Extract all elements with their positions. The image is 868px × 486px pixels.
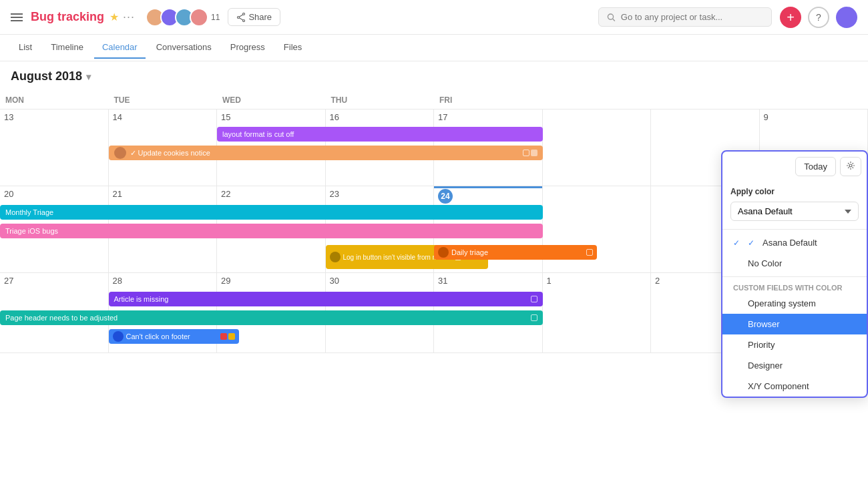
svg-point-0 — [243, 13, 245, 15]
svg-point-7 — [849, 164, 852, 167]
event-page-header[interactable]: Page header needs to be adjusted — [0, 310, 543, 325]
day-header-thu: Thu — [326, 91, 435, 109]
dropdown-item-label: No Color — [748, 258, 782, 268]
color-select[interactable]: Asana Default No Color Browser Priority — [730, 202, 859, 221]
event-cant-click[interactable]: Can't click on footer — [109, 329, 239, 344]
day-cell-sep1: 1 — [543, 273, 652, 352]
date-num: 20 — [4, 189, 104, 199]
dropdown-item-label: X/Y Component — [748, 381, 809, 391]
dropdown-item-operating-system[interactable]: Operating system — [722, 293, 867, 314]
share-button[interactable]: Share — [228, 8, 280, 26]
dropdown-item-xy-component[interactable]: X/Y Component — [722, 376, 867, 397]
calendar-header: August 2018 ▾ — [0, 61, 868, 91]
avatar — [190, 8, 208, 27]
month-title: August 2018 ▾ — [11, 69, 91, 83]
settings-button[interactable] — [840, 157, 861, 176]
calendar-wrapper: Mon Tue Wed Thu Fri 13 14 15 16 17 9 lay… — [0, 91, 868, 486]
event-triage-ios[interactable]: Triage iOS bugs — [0, 224, 543, 238]
share-label: Share — [248, 12, 272, 22]
day-header-extra — [760, 91, 869, 109]
event-article-missing[interactable]: Article is missing — [109, 292, 543, 306]
event-daily-triage[interactable]: Daily triage — [434, 245, 597, 260]
dropdown-item-no-color[interactable]: No Color — [722, 253, 867, 274]
date-num: 29 — [221, 276, 321, 286]
dropdown-divider — [722, 276, 867, 277]
event-label: Can't click on footer — [126, 332, 190, 340]
more-icon[interactable]: ··· — [123, 10, 135, 24]
search-bar — [598, 7, 772, 27]
star-icon[interactable]: ★ — [110, 11, 119, 23]
date-num: 22 — [221, 189, 321, 199]
day-header-sat — [543, 91, 652, 109]
help-button[interactable]: ? — [808, 7, 829, 28]
date-num: 1 — [547, 276, 647, 286]
event-update-cookies[interactable]: ✓ Update cookies notice — [109, 146, 543, 160]
today-badge: 24 — [438, 189, 453, 204]
user-avatar[interactable] — [836, 7, 857, 28]
month-arrow-icon[interactable]: ▾ — [86, 71, 91, 82]
event-square — [586, 249, 593, 256]
dropdown-divider — [722, 229, 867, 230]
day-header-fri: Fri — [434, 91, 543, 109]
date-num: 9 — [764, 112, 864, 122]
svg-line-3 — [240, 15, 243, 17]
date-num: 28 — [113, 276, 213, 286]
share-icon — [236, 13, 246, 22]
event-avatar — [330, 252, 341, 262]
event-avatar — [438, 247, 449, 258]
tab-files[interactable]: Files — [276, 37, 310, 59]
date-num: 27 — [4, 276, 104, 286]
avatar-count: 11 — [211, 13, 220, 22]
settings-icon — [846, 161, 855, 170]
date-num: 23 — [330, 189, 430, 199]
day-header-sun — [651, 91, 760, 109]
tab-progress[interactable]: Progress — [222, 37, 273, 59]
svg-line-6 — [613, 19, 615, 21]
event-square — [531, 296, 537, 302]
month-label: August 2018 — [11, 69, 82, 83]
dropdown-item-label: Browser — [748, 319, 780, 329]
today-button[interactable]: Today — [795, 157, 836, 176]
date-num: 15 — [221, 112, 321, 122]
search-input[interactable] — [621, 12, 763, 22]
day-cell-13: 13 — [0, 109, 109, 186]
color-select-wrap: Asana Default No Color Browser Priority — [722, 199, 867, 226]
search-icon — [607, 13, 616, 22]
dropdown-item-priority[interactable]: Priority — [722, 334, 867, 355]
tab-conversations[interactable]: Conversations — [148, 37, 220, 59]
day-header-tue: Tue — [109, 91, 218, 109]
dropdown-item-browser[interactable]: Browser — [722, 314, 867, 334]
event-actions — [523, 150, 537, 156]
event-avatar — [114, 147, 126, 159]
dropdown-item-label: Operating system — [748, 298, 816, 308]
day-header-mon: Mon — [0, 91, 109, 109]
date-num: 13 — [4, 112, 104, 122]
top-bar: Bug tracking ★ ··· 11 Share + ? — [0, 0, 868, 35]
top-actions: + ? — [780, 7, 857, 28]
dropdown-item-designer[interactable]: Designer — [722, 355, 867, 376]
project-title: Bug tracking — [31, 10, 104, 24]
tab-list[interactable]: List — [11, 37, 40, 59]
add-button[interactable]: + — [780, 7, 801, 28]
avatar-group: 11 — [146, 8, 220, 27]
event-square — [531, 314, 537, 321]
svg-line-4 — [240, 17, 243, 19]
tab-calendar[interactable]: Calendar — [94, 37, 146, 59]
event-avatar — [113, 331, 124, 342]
date-num: 14 — [113, 112, 213, 122]
day-headers-row: Mon Tue Wed Thu Fri — [0, 91, 868, 109]
main-content: August 2018 ▾ Mon Tue Wed Thu Fri 13 14 … — [0, 61, 868, 486]
event-monthly-triage[interactable]: Monthly Triage — [0, 205, 543, 220]
event-squares — [220, 333, 235, 340]
tab-timeline[interactable]: Timeline — [43, 37, 91, 59]
event-label: Article is missing — [114, 295, 169, 303]
svg-point-5 — [608, 13, 613, 19]
nav-tabs: List Timeline Calendar Conversations Pro… — [0, 35, 868, 61]
day-header-wed: Wed — [217, 91, 326, 109]
hamburger-menu[interactable] — [11, 11, 23, 23]
date-num: 17 — [438, 112, 538, 122]
dropdown-item-label: Priority — [748, 340, 775, 350]
check-icon: ✓ — [748, 238, 757, 248]
event-layout-format[interactable]: layout format is cut off — [217, 127, 543, 142]
dropdown-item-asana-default[interactable]: ✓ Asana Default — [722, 232, 867, 253]
